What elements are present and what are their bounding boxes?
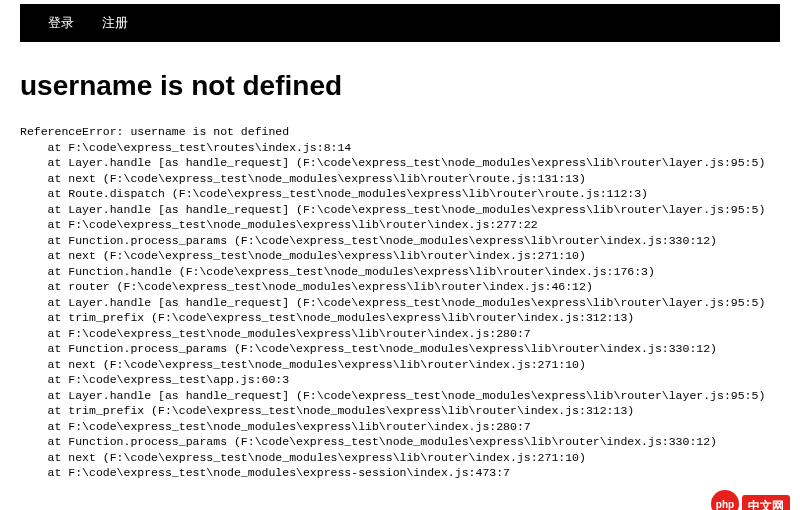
- error-header-line: ReferenceError: username is not defined: [20, 125, 289, 138]
- watermark-logo: php 中文网: [711, 482, 790, 510]
- error-stack-trace: ReferenceError: username is not defined …: [20, 124, 780, 481]
- watermark-text: 中文网: [742, 495, 790, 511]
- register-link[interactable]: 注册: [102, 14, 128, 32]
- watermark-icon: php: [711, 490, 739, 510]
- navbar: 登录 注册: [20, 4, 780, 42]
- error-title: username is not defined: [20, 70, 780, 102]
- error-page: username is not defined ReferenceError: …: [0, 42, 800, 481]
- login-link[interactable]: 登录: [48, 14, 74, 32]
